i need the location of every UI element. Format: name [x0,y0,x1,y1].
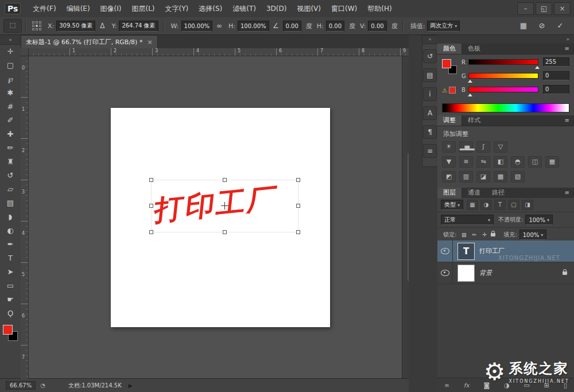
layer-name[interactable]: 背景 [479,269,492,277]
filter-type-layers-icon[interactable]: T [494,200,506,210]
panel-color-swatches[interactable] [442,59,457,74]
lasso-tool[interactable]: ℘ [2,72,19,86]
tab-styles[interactable]: 样式 [462,115,486,126]
brightness-contrast-icon[interactable]: ☀ [442,141,456,153]
menu-image[interactable]: 图像(I) [95,0,127,17]
layer-name[interactable]: 打印工厂 [479,247,505,255]
layer-effects-icon[interactable]: fx [464,382,469,389]
cancel-transform-button[interactable]: ⊘ [534,19,550,33]
y-input[interactable]: 264.74 像素 [119,21,158,32]
quick-selection-tool[interactable]: ✱ [2,86,19,100]
color-lookup-icon[interactable]: ▦ [545,156,559,168]
type-tool[interactable]: T [2,251,19,265]
red-value-field[interactable]: 255 [543,57,569,67]
tab-paths[interactable]: 路径 [486,188,510,198]
opacity-dropdown[interactable]: 100% ▾ [525,215,553,225]
slider-marker[interactable] [535,64,540,69]
history-brush-tool[interactable]: ↺ [2,169,19,183]
pen-tool[interactable]: ✒ [2,238,19,251]
text-layer-thumbnail[interactable]: T [457,243,475,260]
restore-button[interactable]: ◱ [536,2,552,15]
width-input[interactable]: 100.00% [181,21,213,32]
menu-type[interactable]: 文字(Y) [160,0,194,17]
lock-position-icon[interactable]: ✛ [480,231,488,239]
expand-dock-icon[interactable]: « [422,36,437,44]
visibility-cell[interactable] [437,240,453,262]
selective-color-icon[interactable]: ▧ [511,171,525,183]
menu-edit[interactable]: 编辑(E) [61,0,95,17]
crop-tool[interactable]: # [2,100,19,114]
blur-tool[interactable]: ◗ [2,210,19,224]
link-layers-icon[interactable]: ∞ [444,382,449,389]
minimize-button[interactable]: – [517,2,534,15]
canvas-text-layer[interactable]: 打印工厂 [152,171,281,238]
filter-smart-objects-icon[interactable]: ◨ [522,200,533,210]
path-selection-tool[interactable]: ➤ [2,265,19,279]
x-input[interactable]: 309.50 像素 [56,21,95,32]
menu-select[interactable]: 选择(S) [193,0,227,17]
interpolation-dropdown[interactable]: 两次立方 ▾ [427,21,460,32]
brush-tool[interactable]: ✏ [2,141,19,155]
vibrance-icon[interactable]: ▼ [442,156,456,168]
clone-stamp-tool[interactable]: ♜ [2,155,19,169]
slider-marker[interactable] [468,77,472,83]
lock-transparency-icon[interactable]: ▨ [460,231,468,239]
red-slider[interactable] [468,59,538,65]
visibility-cell[interactable] [437,262,453,284]
posterize-icon[interactable]: ▥ [459,171,473,183]
panel-menu-icon[interactable]: ≡ [560,44,574,54]
transform-handle[interactable] [149,178,153,182]
dodge-tool[interactable]: ◐ [2,224,19,238]
free-transform-bounding-box[interactable]: 打印工厂 [151,180,298,232]
menu-3d[interactable]: 3D(D) [261,0,292,17]
vskew-input[interactable]: 0.00 [368,21,386,32]
ruler-origin[interactable] [21,48,29,56]
hand-tool[interactable]: ☛ [2,293,19,306]
menu-help[interactable]: 帮助(H) [362,0,397,17]
color-spectrum-ramp[interactable] [442,103,569,112]
gamut-color-chip[interactable] [449,87,456,94]
channel-mixer-icon[interactable]: ◫ [528,156,542,168]
toolbar-collapse-icon[interactable]: « [0,35,21,45]
zoom-level-field[interactable]: 66.67% [6,381,36,390]
lock-all-icon[interactable] [491,233,495,236]
slider-marker[interactable] [468,91,472,96]
maintain-aspect-icon[interactable]: ∞ [214,22,225,30]
shape-tool[interactable]: ▭ [2,279,19,293]
warp-mode-button[interactable]: ▦ [515,19,532,33]
curves-icon[interactable]: ʃ [476,141,490,153]
foreground-color-swatch[interactable] [442,59,451,68]
filter-pixel-layers-icon[interactable]: ▦ [467,200,478,210]
scrollbar-thumb[interactable] [408,153,409,282]
transform-handle[interactable] [149,230,153,234]
paragraph-panel-icon[interactable]: ¶ [423,125,437,139]
layer-row-background[interactable]: 背景 [437,262,574,284]
threshold-icon[interactable]: ◪ [476,171,490,183]
filter-shape-layers-icon[interactable]: ▢ [508,200,519,210]
properties-panel-icon[interactable]: ▤ [423,68,437,82]
foreground-color-swatch[interactable] [3,325,13,335]
transform-handle[interactable] [296,178,300,182]
blue-value-field[interactable]: 0 [543,85,569,94]
transform-handle[interactable] [296,230,300,234]
transform-handle[interactable] [149,204,153,208]
height-input[interactable]: 100.00% [238,21,269,32]
hue-saturation-icon[interactable]: ≋ [459,156,473,168]
transform-handle[interactable] [223,230,227,234]
gradient-map-icon[interactable]: ▩ [494,171,507,183]
transform-handle[interactable] [296,204,300,208]
tab-layers[interactable]: 图层 [437,188,462,198]
eye-icon[interactable] [441,270,449,276]
hskew-input[interactable]: 0.00 [326,21,344,32]
tab-color[interactable]: 颜色 [437,44,462,54]
healing-brush-tool[interactable]: ✚ [2,127,19,141]
document-tab[interactable]: 未标题-1 @ 66.7% (打印工厂, RGB/8) * × [21,35,158,48]
panel-menu-icon[interactable]: ≡ [560,115,574,126]
layer-filter-type-dropdown[interactable]: 类型 ▾ [441,200,463,210]
commit-transform-button[interactable]: ✓ [552,19,568,33]
menu-file[interactable]: 文件(F) [28,0,61,17]
eyedropper-tool[interactable]: ✐ [2,114,19,127]
eye-icon[interactable] [441,248,449,254]
gradient-tool[interactable]: ▤ [2,196,19,210]
close-button[interactable]: × [554,2,571,15]
